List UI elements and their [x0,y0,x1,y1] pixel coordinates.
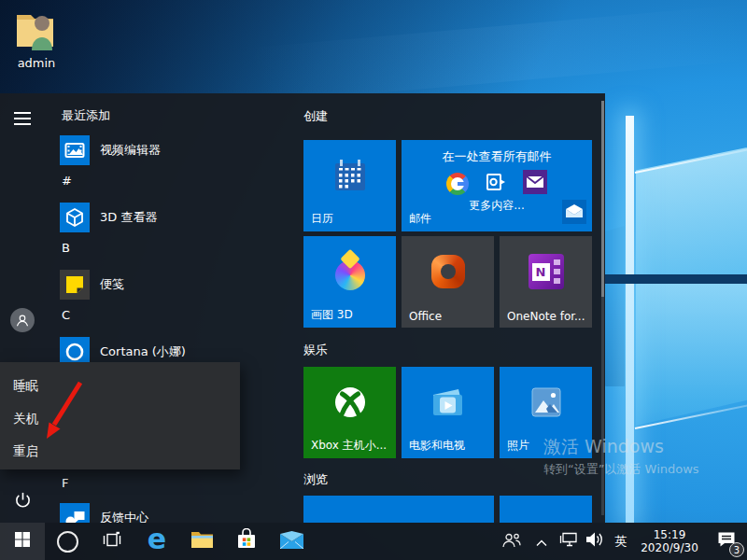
wallpaper-window-logo-bar [605,274,747,284]
onenote-icon: N [529,254,564,289]
task-view-icon [103,531,121,552]
task-view-button[interactable] [90,523,134,560]
network-tray-button[interactable] [555,523,581,560]
mail-envelope-icon [562,200,586,228]
file-explorer-icon [190,530,214,553]
edge-icon: e [148,525,166,553]
tile-browse-wide[interactable] [303,496,494,523]
store-icon [236,528,257,554]
file-explorer-button[interactable] [179,523,224,560]
sticky-notes-icon [60,270,90,300]
yahoo-mail-icon [523,170,547,198]
tile-browse-small[interactable] [500,496,592,523]
cortana-search-button[interactable] [45,523,90,560]
taskbar-empty-area [314,523,495,560]
start-button[interactable] [0,523,45,560]
tile-label: 画图 3D [311,307,353,323]
tile-mail[interactable]: 在一处查看所有邮件 更多内容... 邮件 [402,140,592,231]
volume-tray-button[interactable] [581,523,609,560]
app-item-video-editor[interactable]: 视频编辑器 [45,133,278,167]
calendar-icon [303,140,396,211]
tile-calendar[interactable]: 日历 [303,140,396,231]
language-indicator[interactable]: 英 [609,523,633,560]
tile-label: 照片 [507,438,529,454]
user-icon [10,308,35,332]
app-item-label: 便笺 [100,276,124,293]
edge-browser-button[interactable]: e [134,523,179,560]
tile-group-header-entertainment[interactable]: 娱乐 [303,342,328,358]
xbox-icon [303,367,396,438]
app-item-label: Cortana (小娜) [100,343,186,360]
paint-3d-icon [335,260,365,290]
tile-label: Office [409,310,442,323]
tile-paint-3d[interactable]: 画图 3D [303,236,396,328]
app-section-header-recent: 最近添加 [62,107,110,124]
app-item-sticky-notes[interactable]: 便笺 [45,268,278,301]
tile-label: 日历 [311,211,333,227]
desktop-icon-admin-folder[interactable]: admin [7,7,65,78]
tile-office[interactable]: Office [402,236,494,328]
app-item-label: 3D 查看器 [100,209,157,226]
tile-label: OneNote for... [507,310,585,323]
tray-time: 15:19 [654,528,686,541]
action-center-button[interactable]: 3 [706,523,747,560]
app-section-header-c[interactable]: C [62,307,70,324]
tray-date: 2020/9/30 [641,541,698,554]
taskbar: e [0,523,747,560]
hamburger-icon [14,111,31,129]
tile-label: 邮件 [409,211,431,227]
clock-tray-button[interactable]: 15:19 2020/9/30 [633,523,706,560]
office-icon [431,255,465,288]
outlook-icon [485,171,507,197]
tile-group-header-browse[interactable]: 浏览 [303,471,328,488]
people-icon [502,532,521,552]
power-icon [14,491,32,512]
mail-tile-headline: 在一处查看所有邮件 [402,148,592,165]
cortana-circle-icon [57,531,78,553]
desktop-icon-label: admin [7,56,65,70]
start-menu-user-button[interactable] [0,301,45,339]
app-item-feedback-hub[interactable]: 反馈中心 [45,501,278,523]
app-item-label: 视频编辑器 [100,142,161,159]
power-option-shutdown[interactable]: 关机 [0,401,240,436]
activate-windows-watermark: 激活 Windows 转到“设置”以激活 Windows [543,435,699,479]
wallpaper-window-pane [605,284,625,386]
video-editor-icon [60,135,90,165]
user-folder-icon [10,38,63,56]
tile-group-header-create[interactable]: 创建 [303,108,328,125]
tile-movies-tv[interactable]: 电影和电视 [402,367,494,458]
tile-label: Xbox 主机小... [311,438,387,454]
screen: admin 最近添加 视频编辑器 # [0,0,747,560]
app-section-header-hash[interactable]: # [62,173,72,189]
mail-icon [280,531,303,553]
notification-count-badge: 3 [729,542,744,557]
windows-logo-icon [15,532,30,551]
power-flyout-menu: 睡眠 关机 重启 [0,362,240,469]
watermark-subtitle: 转到“设置”以激活 Windows [543,460,699,479]
mail-app-button[interactable] [269,523,314,560]
feedback-hub-icon [60,503,90,523]
app-section-header-f[interactable]: F [62,475,68,492]
tile-label: 电影和电视 [409,438,465,454]
show-hidden-icons-button[interactable] [529,523,555,560]
photos-icon [500,367,592,438]
tile-xbox[interactable]: Xbox 主机小... [303,367,396,458]
people-tray-button[interactable] [495,523,529,560]
network-icon [559,532,577,551]
chevron-up-icon [536,533,547,551]
watermark-title: 激活 Windows [543,435,699,457]
start-menu-expand-button[interactable] [0,101,45,138]
movies-tv-icon [402,367,494,438]
scrollbar-thumb[interactable] [601,101,604,297]
google-icon [446,173,469,195]
speaker-icon [585,532,604,551]
app-item-3d-viewer[interactable]: 3D 查看器 [45,201,278,234]
microsoft-store-button[interactable] [224,523,269,560]
power-option-sleep[interactable]: 睡眠 [0,369,240,403]
app-section-header-b[interactable]: B [62,240,70,257]
tile-onenote[interactable]: N OneNote for... [500,236,592,328]
start-menu-power-button[interactable] [0,483,45,520]
3d-viewer-icon [60,203,90,232]
power-option-restart[interactable]: 重启 [0,434,240,469]
app-item-label: 反馈中心 [100,510,148,523]
